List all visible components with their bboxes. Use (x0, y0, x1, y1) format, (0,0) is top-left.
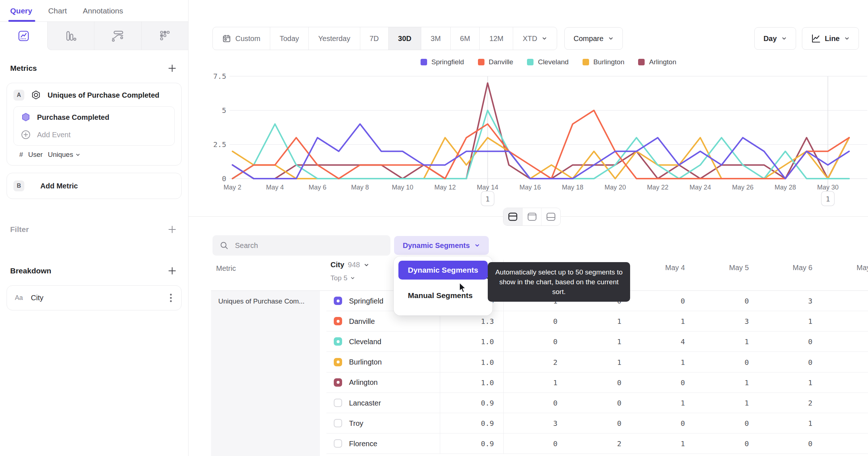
segment-name[interactable]: Arlington (349, 372, 378, 393)
day-value: 0 (518, 393, 557, 413)
range-6m[interactable]: 6M (450, 27, 480, 50)
segment-name[interactable]: Springfield (349, 291, 384, 311)
day-value: 1 (645, 433, 685, 454)
day-value: 2 (581, 433, 621, 454)
segment-checkbox[interactable] (334, 358, 342, 366)
segment-name[interactable]: Cleveland (349, 331, 381, 352)
segment-name[interactable]: Danville (349, 311, 375, 331)
measure-type-label: Uniques (48, 151, 73, 159)
segment-checkbox[interactable] (334, 439, 342, 448)
measure-user[interactable]: User (28, 151, 43, 159)
segment-name[interactable]: Florence (349, 433, 377, 454)
segments-dropdown-menu: Dynamic Segments Manual Segments (394, 256, 492, 315)
day-value: 3 (709, 311, 749, 331)
filter-header: Filter (0, 224, 188, 235)
table-row-troy: Troy0.930001 (326, 413, 868, 433)
nav-tab-query[interactable]: Query (10, 0, 32, 21)
date-range-group: CustomTodayYesterday7D30D3M6M12MXTD (212, 27, 557, 50)
avg-value: 1.0 (454, 352, 494, 372)
segment-name[interactable]: Burlington (349, 352, 382, 372)
add-filter-plus-icon[interactable] (167, 224, 177, 235)
day-value: 0 (645, 372, 685, 393)
range-yesterday[interactable]: Yesterday (308, 27, 360, 50)
day-header-may-5: May 5 (705, 264, 749, 272)
day-value: 1 (709, 393, 749, 413)
segment-checkbox[interactable] (334, 337, 342, 346)
svg-text:May 24: May 24 (690, 184, 711, 191)
avg-value: 0.9 (454, 393, 494, 413)
chart-type-tab-scatter-dots[interactable] (141, 22, 188, 50)
nav-tab-annotations[interactable]: Annotations (83, 0, 123, 21)
metrics-header: Metrics (0, 63, 188, 73)
segment-checkbox[interactable] (334, 378, 342, 387)
table-row-florence: Florence0.902100 (326, 433, 868, 454)
chart-type-tab-flow-chart[interactable] (94, 22, 141, 50)
add-event-row[interactable]: Add Event (21, 130, 167, 139)
avg-value: 0.9 (454, 433, 494, 454)
segment-name[interactable]: Lancaster (349, 393, 381, 413)
range-3m[interactable]: 3M (421, 27, 450, 50)
kebab-menu-icon[interactable] (169, 292, 173, 304)
hexagon-outline-icon (31, 90, 41, 100)
top-n-dropdown[interactable]: Top 5 (330, 274, 369, 282)
day-value: 3 (518, 413, 557, 433)
layout-bottom-button[interactable] (541, 208, 560, 225)
day-value: 0 (709, 433, 749, 454)
metric-b-badge: B (13, 180, 24, 191)
add-metric-plus-icon[interactable] (167, 63, 177, 73)
layout-split-button[interactable] (503, 208, 522, 225)
segment-checkbox[interactable] (334, 297, 342, 305)
svg-text:May 22: May 22 (647, 184, 669, 191)
avg-value: 1.0 (454, 331, 494, 352)
search-input[interactable] (234, 241, 383, 250)
chart-type-button[interactable]: Line (802, 27, 859, 50)
range-30d[interactable]: 30D (388, 27, 421, 50)
day-value: 2 (772, 393, 812, 413)
measurement-row: # User Uniques (13, 151, 175, 159)
menu-item-dynamic-segments[interactable]: Dynamic Segments (398, 261, 488, 280)
granularity-button[interactable]: Day (754, 27, 796, 50)
metric-card-b[interactable]: B Add Metric (7, 173, 182, 199)
day-value: 0 (645, 291, 685, 311)
measure-type-dropdown[interactable]: Uniques (48, 151, 81, 159)
svg-text:2.5: 2.5 (213, 140, 226, 149)
day-value: 1 (518, 372, 557, 393)
day-value: 0 (518, 311, 557, 331)
segment-checkbox[interactable] (334, 317, 342, 325)
chevron-down-icon (608, 36, 614, 41)
segment-checkbox[interactable] (334, 419, 342, 427)
range-7d[interactable]: 7D (360, 27, 389, 50)
nav-tab-chart[interactable]: Chart (48, 0, 67, 21)
chart-type-tab-line-chart[interactable] (0, 22, 47, 50)
svg-text:0: 0 (222, 174, 226, 183)
line-chart-area[interactable]: 02.557.511May 2May 4May 6May 8May 10May … (188, 54, 868, 214)
metric-a-title[interactable]: Uniques of Purchase Completed (48, 91, 159, 99)
range-xtd[interactable]: XTD (513, 27, 557, 50)
breakdown-name: City (330, 261, 344, 269)
day-value: 0 (772, 433, 812, 454)
day-value: 0 (772, 352, 812, 372)
segment-search[interactable] (212, 235, 390, 256)
range-custom[interactable]: Custom (213, 27, 270, 50)
range-12m[interactable]: 12M (479, 27, 513, 50)
chart-type-tab-bar-chart[interactable] (47, 22, 94, 50)
day-value: 0 (518, 433, 557, 454)
add-breakdown-plus-icon[interactable] (167, 266, 177, 276)
day-value: 1 (645, 393, 685, 413)
breakdown-item-city[interactable]: Aa City (7, 285, 182, 310)
nav-tabs: QueryChartAnnotations (0, 0, 188, 22)
day-value: 1 (772, 413, 812, 433)
chart-panel: CustomTodayYesterday7D30D3M6M12MXTD Comp… (188, 0, 868, 456)
segment-checkbox[interactable] (334, 399, 342, 407)
day-value: 1 (709, 331, 749, 352)
range-today[interactable]: Today (270, 27, 308, 50)
event-row[interactable]: Purchase Completed (21, 113, 167, 122)
segment-name[interactable]: Troy (349, 413, 363, 433)
layout-top-button[interactable] (522, 208, 542, 225)
breakdown-dropdown[interactable]: City 948 (330, 261, 369, 269)
segments-selector-button[interactable]: Dynamic Segments (394, 236, 489, 255)
compare-button[interactable]: Compare (564, 27, 622, 50)
table-row-lancaster: Lancaster0.900112 (326, 393, 868, 413)
scatter-dots-icon (159, 30, 171, 42)
series-arlington[interactable] (232, 83, 849, 179)
